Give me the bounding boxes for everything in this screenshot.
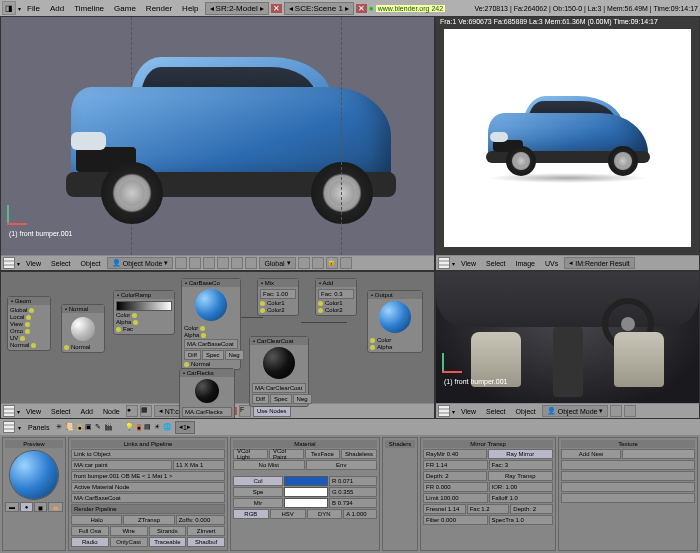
env-toggle[interactable]: Env xyxy=(306,460,378,470)
fac-field[interactable]: Fac: 3 xyxy=(489,460,554,470)
color-b[interactable]: B 0.734 xyxy=(329,498,377,508)
raymir-field[interactable]: RayMir 0.40 xyxy=(423,449,487,459)
menu-image[interactable]: Image xyxy=(512,260,539,267)
texface-toggle[interactable]: TexFace xyxy=(305,449,340,459)
preview-monkey-icon[interactable]: 🐵 xyxy=(48,502,63,512)
node-colorramp[interactable]: • ColorRamp Color Alpha Fac xyxy=(113,290,175,335)
menu-view[interactable]: View xyxy=(22,408,45,415)
spec-swatch[interactable] xyxy=(284,487,328,497)
depth-field[interactable]: Depth: 2 xyxy=(423,471,487,481)
node-geometry[interactable]: • Geom Global Local View Orco UV Normal xyxy=(7,296,51,351)
node-material-base[interactable]: • CarBaseCo Color Alpha MA:CarBaseCoat D… xyxy=(181,278,241,370)
nomist-toggle[interactable]: No Mist xyxy=(233,460,305,470)
texture-slot[interactable] xyxy=(561,493,695,503)
material-index[interactable]: 11 X Ma 1 xyxy=(173,460,225,470)
vcol-paint-toggle[interactable]: VCol Paint xyxy=(269,449,304,459)
preview-flat-icon[interactable]: ▬ xyxy=(5,502,19,512)
fresnel2-field[interactable]: Fresnel 1.14 xyxy=(423,504,466,514)
texture-slot[interactable] xyxy=(561,471,695,481)
menu-object[interactable]: Object xyxy=(77,260,105,267)
spe-button[interactable]: Spe xyxy=(233,487,283,497)
window-type-icon[interactable]: ◨ xyxy=(2,1,16,15)
rotate-icon[interactable] xyxy=(231,257,243,269)
depth2-field[interactable]: Depth: 2 xyxy=(510,504,553,514)
menu-select[interactable]: Select xyxy=(47,260,74,267)
node-material-flecks[interactable]: • CarFlecks MA:CarFlecks xyxy=(179,368,235,419)
shading-icon[interactable] xyxy=(175,257,187,269)
scale-icon[interactable] xyxy=(245,257,257,269)
menu-node[interactable]: Node xyxy=(99,408,124,415)
limit-field[interactable]: Limit 100.00 xyxy=(423,493,488,503)
node-normal[interactable]: • Normal Normal xyxy=(61,304,105,353)
node-add[interactable]: • Add Fac: 0.3 Color1 Color2 xyxy=(315,278,357,316)
menu-select[interactable]: Select xyxy=(482,260,509,267)
editor-type-icon[interactable] xyxy=(3,421,15,433)
menu-help[interactable]: Help xyxy=(178,4,202,13)
context-scene-icon[interactable]: 🎬 xyxy=(104,423,113,431)
orientation-selector[interactable]: Global ▾ xyxy=(259,257,295,269)
scene-selector[interactable]: ◂SCE:Scene 1▸ xyxy=(284,2,354,15)
menu-file[interactable]: File xyxy=(23,4,44,13)
translate-icon[interactable] xyxy=(217,257,229,269)
halo-toggle[interactable]: Halo xyxy=(71,515,122,525)
preview-sphere-icon[interactable]: ● xyxy=(20,502,33,512)
subcontext-lamp-icon[interactable]: 💡 xyxy=(125,423,134,431)
mir-button[interactable]: Mir xyxy=(233,498,283,508)
node-editor[interactable]: • Geom Global Local View Orco UV Normal … xyxy=(0,271,435,419)
shading-icon[interactable] xyxy=(610,405,622,417)
node-material-clear[interactable]: • CarClearCoat MA:CarClearCoat DiffSpecN… xyxy=(249,336,309,407)
pivot-icon[interactable] xyxy=(189,257,201,269)
menu-uvs[interactable]: UVs xyxy=(541,260,562,267)
texture-slot[interactable] xyxy=(622,449,695,459)
menu-view[interactable]: View xyxy=(22,260,45,267)
manipulator-icon[interactable] xyxy=(203,257,215,269)
rgb-toggle[interactable]: RGB xyxy=(233,509,269,519)
preview-cube-icon[interactable]: ◼ xyxy=(34,502,47,512)
wire-toggle[interactable]: Wire xyxy=(110,526,148,536)
menu-add[interactable]: Add xyxy=(46,4,68,13)
filter-field[interactable]: Filter 0.000 xyxy=(423,515,488,525)
chevron-down-icon[interactable]: ▾ xyxy=(18,5,21,12)
context-logic-icon[interactable]: ✳ xyxy=(56,423,62,431)
image-selector[interactable]: ◂ IM:Render Result xyxy=(564,257,634,269)
subcontext-texture-icon[interactable]: ▤ xyxy=(144,423,151,431)
frame-current[interactable]: ◂ 1 ▸ xyxy=(175,421,195,434)
menu-view[interactable]: View xyxy=(457,408,480,415)
context-script-icon[interactable]: 📜 xyxy=(65,423,74,431)
layer-button[interactable] xyxy=(298,257,310,269)
menu-select[interactable]: Select xyxy=(47,408,74,415)
menu-add[interactable]: Add xyxy=(77,408,97,415)
context-object-icon[interactable]: ▣ xyxy=(85,423,92,431)
texture-slot[interactable] xyxy=(561,460,695,470)
fake-user-icon[interactable]: F xyxy=(239,405,251,417)
subcontext-material-icon[interactable]: ● xyxy=(137,424,141,431)
compositor-icon[interactable]: ▦ xyxy=(140,405,152,417)
material-name-field[interactable]: MA:car paint xyxy=(71,460,172,470)
fullosa-toggle[interactable]: Full Osa xyxy=(71,526,109,536)
diffuse-swatch[interactable] xyxy=(284,476,328,486)
add-new-button[interactable]: Add New xyxy=(561,449,621,459)
zoffs-field[interactable]: Zoffs: 0.000 xyxy=(176,515,225,525)
fresnel0-field[interactable]: FR 0.000 xyxy=(423,482,488,492)
layer-button[interactable] xyxy=(312,257,324,269)
screen-selector[interactable]: ◂SR:2-Model▸ xyxy=(205,2,269,15)
radio-toggle[interactable]: Radio xyxy=(71,537,109,547)
ray-mirror-toggle[interactable]: Ray Mirror xyxy=(488,449,554,459)
ztransp-toggle[interactable]: ZTransp xyxy=(123,515,174,525)
render-icon[interactable] xyxy=(340,257,352,269)
zinvert-toggle[interactable]: ZInvert xyxy=(187,526,225,536)
traceable-toggle[interactable]: Traceable xyxy=(149,537,187,547)
render-result[interactable] xyxy=(444,29,691,247)
object-link-field[interactable]: front bumper.001 OB ME < 1 Mat 1 > xyxy=(71,471,225,481)
menu-select[interactable]: Select xyxy=(482,408,509,415)
shadbuf-toggle[interactable]: Shadbuf xyxy=(187,537,225,547)
dyn-toggle[interactable]: DYN xyxy=(307,509,343,519)
spectra-field[interactable]: SpecTra 1.0 xyxy=(489,515,554,525)
pivot-icon[interactable] xyxy=(624,405,636,417)
node-output[interactable]: • Output Color Alpha xyxy=(367,290,423,353)
lock-icon[interactable]: 🔒 xyxy=(326,257,338,269)
editor-type-icon[interactable] xyxy=(438,405,450,417)
mir-swatch[interactable] xyxy=(284,498,328,508)
strands-toggle[interactable]: Strands xyxy=(149,526,187,536)
close-icon[interactable]: ✕ xyxy=(356,4,367,13)
